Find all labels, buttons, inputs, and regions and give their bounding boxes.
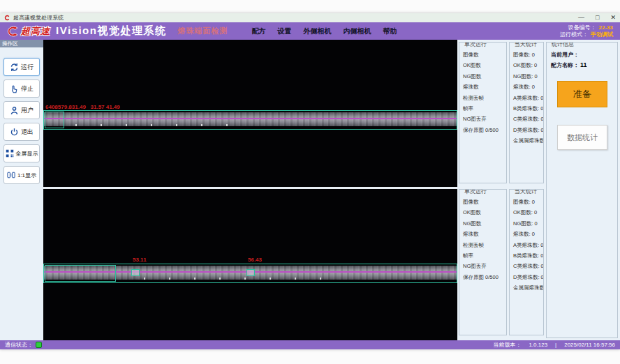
- stat-row: 熔珠数: 0: [513, 82, 543, 92]
- run-button[interactable]: 运行: [3, 58, 40, 76]
- stat-row: A类熔珠数: 0: [513, 240, 543, 250]
- window-title: 超高速视觉处理系统: [13, 14, 64, 22]
- panel-title: 单次运行: [462, 189, 489, 195]
- app-icon: [4, 15, 10, 21]
- stat-row: 图像数: 0: [513, 50, 543, 60]
- status-datetime: 2025/02/11 16:57:56: [564, 342, 615, 348]
- menu-item[interactable]: 帮助: [383, 26, 397, 36]
- stat-row: NG图数: [463, 71, 506, 82]
- single-run-panel-bottom: 单次运行 图像数OK图数NG图数熔珠数检测丢帧帧率NG图丢弃保存原图 0/500: [459, 189, 507, 335]
- menu-item[interactable]: 设置: [277, 26, 291, 36]
- camera-view-bottom: 53.11 56.43: [43, 189, 457, 340]
- stat-row: 帧率: [463, 103, 506, 114]
- stat-row: OK图数: [463, 60, 506, 70]
- stat-row: NG图丢弃: [463, 114, 506, 124]
- one-to-one-button[interactable]: 1:1显示: [3, 166, 40, 184]
- info-column: 统计信息 当前用户： 配方名称：11 准备 数据统计: [545, 40, 620, 340]
- stat-row: C类熔珠数: 0: [513, 114, 543, 124]
- app-header: 超高速 IVision视觉处理系统 熔珠端面检测 配方设置外侧相机内侧相机帮助 …: [0, 22, 620, 40]
- device-info: 设备编号：22-33 运行模式：手动调试: [560, 24, 613, 38]
- device-number-label: 设备编号：: [568, 24, 596, 31]
- user-button[interactable]: 用户: [3, 101, 40, 119]
- stat-row: 金属屑熔珠数: 0: [513, 282, 543, 293]
- fullscreen-button[interactable]: 全屏显示: [3, 144, 40, 162]
- stat-row: OK图数: 0: [513, 207, 543, 218]
- panel-title: 统计信息: [549, 42, 576, 47]
- strip-debris: [52, 124, 233, 126]
- sidebar-title: 操作区: [0, 40, 43, 47]
- recipe-name-value: 11: [580, 61, 587, 68]
- exit-button[interactable]: 退出: [3, 123, 40, 141]
- strip-debris: [120, 278, 330, 280]
- maximize-button[interactable]: □: [596, 13, 599, 22]
- one-to-one-icon: [7, 171, 15, 179]
- status-bar: 通信状态： 当前版本： 1.0.123 | 2025/02/11 16:57:5…: [0, 340, 620, 349]
- stat-row: 熔珠数: 0: [513, 229, 543, 239]
- stat-row: B类熔珠数: 0: [513, 103, 543, 114]
- prepare-button[interactable]: 准备: [557, 81, 607, 107]
- exit-button-label: 退出: [21, 128, 34, 137]
- fullscreen-button-label: 全屏显示: [16, 150, 38, 158]
- bead-marker: [131, 269, 140, 276]
- stat-row: D类熔珠数: 0: [513, 125, 543, 135]
- app-subtitle: 熔珠端面检测: [177, 26, 228, 36]
- version-label: 当前版本：: [493, 341, 521, 349]
- info-panel: 统计信息 当前用户： 配方名称：11 准备 数据统计: [546, 42, 618, 338]
- stat-row: NG图数: 0: [513, 218, 543, 229]
- user-button-label: 用户: [21, 106, 34, 115]
- stat-row: 图像数: [463, 50, 506, 60]
- menu-item[interactable]: 外侧相机: [303, 26, 331, 36]
- stat-row: 检测丢帧: [463, 240, 506, 250]
- stat-row: OK图数: [463, 207, 506, 218]
- recipe-name-label: 配方名称：: [551, 62, 579, 68]
- power-icon: [10, 128, 19, 137]
- single-run-panel-top: 单次运行 图像数OK图数NG图数熔珠数检测丢帧帧率NG图丢弃保存原图 0/500: [459, 42, 507, 183]
- sidebar-buttons: 运行 停止 用户 退出: [0, 47, 43, 184]
- app-window: 超高速视觉处理系统 — □ ✕ 超高速 IVision视觉处理系统 熔珠端面检测…: [0, 13, 620, 349]
- device-number-value: 22-33: [599, 24, 613, 31]
- app-title: IVision视觉处理系统: [56, 24, 166, 38]
- stat-row: OK图数: 0: [513, 60, 543, 70]
- window-controls: — □ ✕: [578, 13, 616, 22]
- current-user-label: 当前用户：: [551, 52, 579, 58]
- statistics-column: 单次运行 图像数OK图数NG图数熔珠数检测丢帧帧率NG图丢弃保存原图 0/500…: [457, 40, 545, 340]
- stat-row: 熔珠数: [463, 229, 506, 239]
- status-separator: |: [555, 342, 556, 348]
- stat-row: 保存原图 0/500: [463, 125, 506, 135]
- bead-measurement-label: 53.11: [133, 257, 147, 263]
- sidebar: 操作区 运行 停止: [0, 40, 43, 340]
- today-stats-panel-top: 当天统计 图像数: 0OK图数: 0NG图数: 0熔珠数: 0A类熔珠数: 0B…: [509, 42, 544, 183]
- minimize-button[interactable]: —: [578, 13, 584, 22]
- menu-item[interactable]: 内侧相机: [343, 26, 371, 36]
- stat-row: 金属屑熔珠数: 0: [513, 135, 543, 146]
- comm-status-label: 通信状态：: [5, 341, 33, 349]
- run-cycle-icon: [10, 63, 19, 72]
- stat-row: NG图数: 0: [513, 71, 543, 82]
- bead-measurement-label: 56.43: [248, 257, 262, 263]
- one-to-one-button-label: 1:1显示: [17, 172, 36, 179]
- stat-row: NG图丢弃: [463, 261, 506, 271]
- measurement-annotation: 6408579.831.49 31.57 41.49: [45, 104, 120, 110]
- stat-row: D类熔珠数: 0: [513, 272, 543, 282]
- stop-button-label: 停止: [21, 84, 34, 93]
- version-value: 1.0.123: [529, 342, 547, 348]
- stats-block-bottom: 单次运行 图像数OK图数NG图数熔珠数检测丢帧帧率NG图丢弃保存原图 0/500…: [459, 189, 544, 335]
- run-mode-value: 手动调试: [591, 31, 613, 38]
- window-titlebar: 超高速视觉处理系统 — □ ✕: [0, 13, 620, 22]
- panel-title: 当天统计: [512, 189, 539, 195]
- run-button-label: 运行: [21, 63, 34, 72]
- stats-block-top: 单次运行 图像数OK图数NG图数熔珠数检测丢帧帧率NG图丢弃保存原图 0/500…: [459, 42, 544, 183]
- bead-marker: [246, 269, 255, 276]
- data-statistics-button[interactable]: 数据统计: [557, 125, 607, 150]
- stop-hand-icon: [10, 84, 19, 93]
- stat-row: 图像数: 0: [513, 197, 543, 207]
- stat-row: B类熔珠数: 0: [513, 250, 543, 261]
- comm-status-indicator: [36, 342, 42, 348]
- close-button[interactable]: ✕: [610, 13, 616, 22]
- stop-button[interactable]: 停止: [3, 79, 40, 98]
- brand-name: 超高速: [21, 25, 50, 38]
- menu-item[interactable]: 配方: [251, 26, 265, 36]
- main-content: 操作区 运行 停止: [0, 40, 620, 340]
- camera-view-top: 6408579.831.49 31.57 41.49: [43, 40, 457, 187]
- laser-centerline: [44, 118, 457, 119]
